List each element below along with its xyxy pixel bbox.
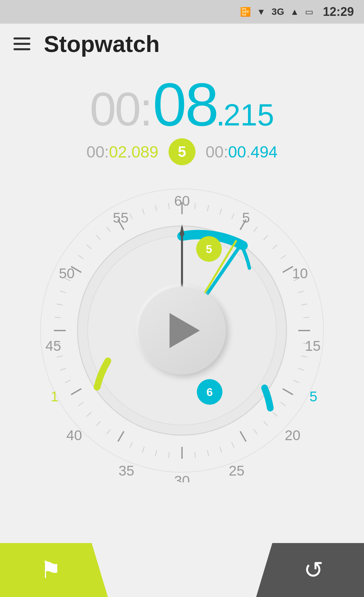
svg-text:5: 5 (242, 210, 250, 226)
svg-text:50: 50 (59, 265, 75, 281)
3g-label: 3G (272, 6, 284, 17)
svg-text:25: 25 (229, 463, 245, 479)
svg-text:15: 15 (305, 338, 321, 354)
svg-text:5: 5 (309, 389, 317, 404)
main-seconds: 08 (153, 74, 217, 135)
play-icon (170, 313, 200, 348)
flag-button[interactable]: ⚑ (0, 543, 108, 597)
svg-text:45: 45 (46, 338, 61, 354)
play-button[interactable] (138, 287, 226, 374)
svg-text:30: 30 (174, 473, 190, 482)
svg-text:1: 1 (51, 389, 58, 404)
svg-text:40: 40 (66, 427, 82, 443)
svg-text:6: 6 (207, 386, 213, 398)
lap-time-right: 00:00.494 (206, 143, 278, 161)
wifi-icon: ▼ (257, 7, 266, 17)
main-milliseconds: 215 (223, 100, 274, 130)
signal-icon: ▲ (290, 7, 299, 17)
lap-times-row: 00:02.089 5 00:00.494 (0, 138, 364, 165)
svg-text:20: 20 (285, 427, 301, 443)
lap-right-ms: 494 (250, 143, 277, 161)
bottom-spacer (108, 543, 256, 597)
menu-button[interactable] (13, 37, 30, 50)
status-bar: 📴 ▼ 3G ▲ ▭ 12:29 (0, 0, 364, 24)
svg-text:55: 55 (113, 210, 129, 226)
svg-text:35: 35 (119, 463, 134, 479)
svg-text:5: 5 (206, 243, 212, 255)
lap-right-main: 00 (228, 143, 246, 161)
lap-left-main: 02 (109, 143, 127, 161)
lap-badge: 5 (169, 138, 195, 165)
reset-icon: ↺ (304, 556, 324, 584)
page-title: Stopwatch (44, 31, 160, 57)
svg-text:10: 10 (292, 265, 308, 281)
lap-right-dot: . (246, 143, 250, 161)
flag-icon: ⚑ (40, 556, 61, 584)
vibrate-icon: 📴 (240, 7, 251, 17)
dial-container: // This won't execute in SVG context, ha… (30, 179, 334, 482)
lap-left-prefix: 00: (86, 143, 109, 161)
lap-time-left: 00:02.089 (86, 143, 158, 161)
main-timer: 00 : 08 . 215 (0, 74, 364, 135)
main-colon: : (140, 86, 153, 133)
bottom-bar: ⚑ ↺ (0, 543, 364, 597)
status-time: 12:29 (323, 5, 354, 19)
lap-right-prefix: 00: (206, 143, 228, 161)
svg-text:60: 60 (174, 193, 190, 209)
reset-button[interactable]: ↺ (256, 543, 364, 597)
app-bar: Stopwatch (0, 24, 364, 64)
main-minutes: 00 (90, 86, 140, 133)
lap-left-dot: . (127, 143, 131, 161)
battery-icon: ▭ (305, 7, 313, 17)
lap-left-ms: 089 (131, 143, 158, 161)
